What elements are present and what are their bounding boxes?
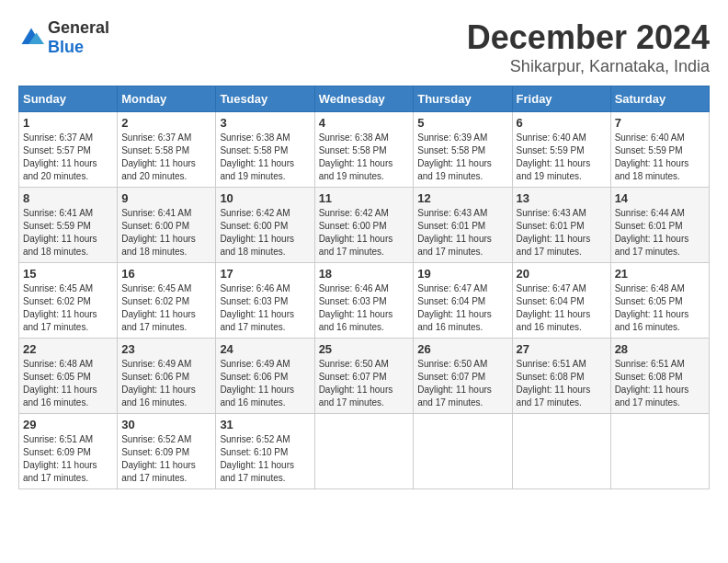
table-row: 3Sunrise: 6:38 AM Sunset: 5:58 PM Daylig… xyxy=(216,112,314,188)
table-row: 22Sunrise: 6:48 AM Sunset: 6:05 PM Dayli… xyxy=(19,339,118,414)
day-number: 24 xyxy=(220,342,310,356)
title-block: December 2024 Shikarpur, Karnataka, Indi… xyxy=(467,18,710,76)
day-info: Sunrise: 6:40 AM Sunset: 5:59 PM Dayligh… xyxy=(517,132,607,183)
day-number: 22 xyxy=(23,342,113,356)
day-number: 4 xyxy=(319,116,410,130)
day-info: Sunrise: 6:45 AM Sunset: 6:02 PM Dayligh… xyxy=(23,282,113,334)
table-row: 26Sunrise: 6:50 AM Sunset: 6:07 PM Dayli… xyxy=(414,339,512,414)
table-row: 24Sunrise: 6:49 AM Sunset: 6:06 PM Dayli… xyxy=(216,339,314,414)
table-row: 15Sunrise: 6:45 AM Sunset: 6:02 PM Dayli… xyxy=(19,263,118,339)
table-row: 12Sunrise: 6:43 AM Sunset: 6:01 PM Dayli… xyxy=(414,188,512,263)
table-row: 11Sunrise: 6:42 AM Sunset: 6:00 PM Dayli… xyxy=(314,188,414,263)
day-number: 18 xyxy=(319,267,410,281)
day-info: Sunrise: 6:42 AM Sunset: 6:00 PM Dayligh… xyxy=(319,207,410,259)
calendar-row: 1Sunrise: 6:37 AM Sunset: 5:57 PM Daylig… xyxy=(19,112,710,188)
calendar-row: 29Sunrise: 6:51 AM Sunset: 6:09 PM Dayli… xyxy=(19,414,710,489)
logo-icon xyxy=(18,25,44,51)
calendar-row: 15Sunrise: 6:45 AM Sunset: 6:02 PM Dayli… xyxy=(19,263,710,339)
table-row: 30Sunrise: 6:52 AM Sunset: 6:09 PM Dayli… xyxy=(118,414,216,489)
table-row xyxy=(610,414,709,489)
day-number: 14 xyxy=(615,191,705,205)
table-row xyxy=(414,414,512,489)
day-number: 16 xyxy=(121,267,211,281)
table-row: 25Sunrise: 6:50 AM Sunset: 6:07 PM Dayli… xyxy=(314,339,414,414)
day-number: 8 xyxy=(23,191,113,205)
day-info: Sunrise: 6:38 AM Sunset: 5:58 PM Dayligh… xyxy=(319,132,410,183)
table-row: 4Sunrise: 6:38 AM Sunset: 5:58 PM Daylig… xyxy=(314,112,414,188)
day-info: Sunrise: 6:46 AM Sunset: 6:03 PM Dayligh… xyxy=(319,282,410,334)
day-number: 3 xyxy=(220,116,310,130)
table-row: 16Sunrise: 6:45 AM Sunset: 6:02 PM Dayli… xyxy=(118,263,216,339)
day-info: Sunrise: 6:41 AM Sunset: 6:00 PM Dayligh… xyxy=(121,207,211,259)
calendar-table: Sunday Monday Tuesday Wednesday Thursday… xyxy=(18,86,710,489)
day-info: Sunrise: 6:49 AM Sunset: 6:06 PM Dayligh… xyxy=(220,358,310,409)
day-info: Sunrise: 6:37 AM Sunset: 5:57 PM Dayligh… xyxy=(23,132,113,183)
table-row xyxy=(314,414,414,489)
day-number: 20 xyxy=(517,267,607,281)
day-info: Sunrise: 6:39 AM Sunset: 5:58 PM Dayligh… xyxy=(417,132,507,183)
day-info: Sunrise: 6:50 AM Sunset: 6:07 PM Dayligh… xyxy=(417,358,507,409)
day-number: 19 xyxy=(417,267,507,281)
table-row: 6Sunrise: 6:40 AM Sunset: 5:59 PM Daylig… xyxy=(512,112,610,188)
day-info: Sunrise: 6:46 AM Sunset: 6:03 PM Dayligh… xyxy=(220,282,310,334)
day-info: Sunrise: 6:51 AM Sunset: 6:09 PM Dayligh… xyxy=(23,433,113,485)
day-number: 1 xyxy=(23,116,113,130)
day-info: Sunrise: 6:49 AM Sunset: 6:06 PM Dayligh… xyxy=(121,358,211,409)
page-header: General Blue December 2024 Shikarpur, Ka… xyxy=(18,18,710,76)
day-number: 2 xyxy=(121,116,211,130)
header-monday: Monday xyxy=(118,86,216,112)
day-number: 9 xyxy=(121,191,211,205)
logo-blue: Blue xyxy=(48,38,84,56)
day-info: Sunrise: 6:51 AM Sunset: 6:08 PM Dayligh… xyxy=(517,358,607,409)
table-row: 1Sunrise: 6:37 AM Sunset: 5:57 PM Daylig… xyxy=(19,112,118,188)
table-row: 9Sunrise: 6:41 AM Sunset: 6:00 PM Daylig… xyxy=(118,188,216,263)
day-info: Sunrise: 6:37 AM Sunset: 5:58 PM Dayligh… xyxy=(121,132,211,183)
day-info: Sunrise: 6:40 AM Sunset: 5:59 PM Dayligh… xyxy=(615,132,705,183)
header-saturday: Saturday xyxy=(610,86,709,112)
logo: General Blue xyxy=(18,18,109,57)
day-info: Sunrise: 6:45 AM Sunset: 6:02 PM Dayligh… xyxy=(121,282,211,334)
day-number: 27 xyxy=(517,342,607,356)
table-row: 23Sunrise: 6:49 AM Sunset: 6:06 PM Dayli… xyxy=(118,339,216,414)
header-sunday: Sunday xyxy=(19,86,118,112)
day-number: 21 xyxy=(615,267,705,281)
table-row: 2Sunrise: 6:37 AM Sunset: 5:58 PM Daylig… xyxy=(118,112,216,188)
day-number: 28 xyxy=(615,342,705,356)
day-number: 11 xyxy=(319,191,410,205)
day-number: 23 xyxy=(121,342,211,356)
day-number: 6 xyxy=(517,116,607,130)
day-number: 13 xyxy=(517,191,607,205)
table-row: 27Sunrise: 6:51 AM Sunset: 6:08 PM Dayli… xyxy=(512,339,610,414)
calendar-row: 22Sunrise: 6:48 AM Sunset: 6:05 PM Dayli… xyxy=(19,339,710,414)
day-number: 10 xyxy=(220,191,310,205)
table-row xyxy=(512,414,610,489)
header-wednesday: Wednesday xyxy=(314,86,414,112)
day-info: Sunrise: 6:50 AM Sunset: 6:07 PM Dayligh… xyxy=(319,358,410,409)
header-friday: Friday xyxy=(512,86,610,112)
table-row: 13Sunrise: 6:43 AM Sunset: 6:01 PM Dayli… xyxy=(512,188,610,263)
day-number: 26 xyxy=(417,342,507,356)
header-row: Sunday Monday Tuesday Wednesday Thursday… xyxy=(19,86,710,112)
day-info: Sunrise: 6:38 AM Sunset: 5:58 PM Dayligh… xyxy=(220,132,310,183)
day-info: Sunrise: 6:43 AM Sunset: 6:01 PM Dayligh… xyxy=(517,207,607,259)
day-number: 15 xyxy=(23,267,113,281)
month-title: December 2024 xyxy=(467,18,710,57)
day-number: 31 xyxy=(220,418,310,431)
day-number: 12 xyxy=(417,191,507,205)
table-row: 14Sunrise: 6:44 AM Sunset: 6:01 PM Dayli… xyxy=(610,188,709,263)
day-number: 5 xyxy=(417,116,507,130)
day-info: Sunrise: 6:52 AM Sunset: 6:10 PM Dayligh… xyxy=(220,433,310,485)
table-row: 8Sunrise: 6:41 AM Sunset: 5:59 PM Daylig… xyxy=(19,188,118,263)
day-info: Sunrise: 6:48 AM Sunset: 6:05 PM Dayligh… xyxy=(615,282,705,334)
header-tuesday: Tuesday xyxy=(216,86,314,112)
table-row: 31Sunrise: 6:52 AM Sunset: 6:10 PM Dayli… xyxy=(216,414,314,489)
day-number: 25 xyxy=(319,342,410,356)
table-row: 5Sunrise: 6:39 AM Sunset: 5:58 PM Daylig… xyxy=(414,112,512,188)
day-number: 30 xyxy=(121,418,211,431)
day-info: Sunrise: 6:41 AM Sunset: 5:59 PM Dayligh… xyxy=(23,207,113,259)
day-number: 7 xyxy=(615,116,705,130)
day-info: Sunrise: 6:48 AM Sunset: 6:05 PM Dayligh… xyxy=(23,358,113,409)
table-row: 10Sunrise: 6:42 AM Sunset: 6:00 PM Dayli… xyxy=(216,188,314,263)
table-row: 29Sunrise: 6:51 AM Sunset: 6:09 PM Dayli… xyxy=(19,414,118,489)
table-row: 18Sunrise: 6:46 AM Sunset: 6:03 PM Dayli… xyxy=(314,263,414,339)
